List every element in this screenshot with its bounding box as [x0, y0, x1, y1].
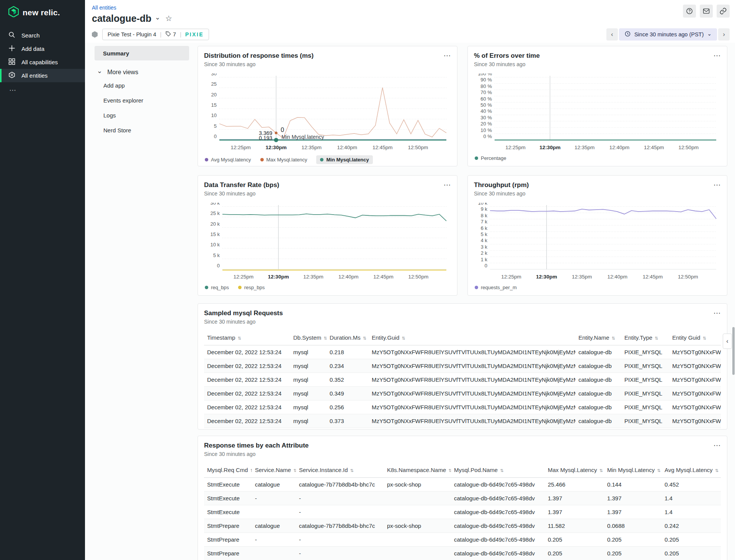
nav-item-summary[interactable]: Summary — [95, 46, 189, 60]
table-cell: catalogue-db — [575, 400, 621, 414]
table-row[interactable]: StmtPrepare--catalogue-db-6d49c7c65-498d… — [204, 533, 721, 547]
sidebar-item-all-capabilities[interactable]: All capabilities — [0, 55, 85, 69]
table-cell: MzY5OTg0NXxFWFR8UElYSUVfTVlTUUx8LTUyMDA2… — [369, 373, 575, 387]
time-picker[interactable]: Since 30 minutes ago (PST) ⌄ — [619, 28, 717, 41]
card-menu-button[interactable]: … — [713, 439, 722, 448]
column-header[interactable]: Entity.Guid⇅ — [369, 330, 575, 345]
table-row[interactable]: December 02, 2022 12:53:24mysql0.349MzY5… — [204, 387, 721, 400]
table-row[interactable]: StmtExecute--catalogue-db-6d49c7c65-498d… — [204, 492, 721, 505]
line-chart[interactable]: 01 k2 k3 k4 k5 k6 k7 k8 k9 k10 k12:25pm1… — [474, 203, 721, 283]
table-cell: StmtPrepare — [204, 547, 252, 560]
column-header[interactable]: Duration.Ms⇅ — [327, 330, 369, 345]
table-cell — [252, 505, 296, 519]
legend-item[interactable]: Max Mysql.latency — [260, 157, 307, 163]
column-header[interactable]: K8s.Namespace.Name⇅ — [384, 462, 451, 478]
breadcrumb[interactable]: All entities — [92, 5, 116, 11]
table-cell: December 02, 2022 12:53:24 — [204, 359, 290, 373]
column-header[interactable]: Min Mysql.Latency⇅ — [604, 462, 662, 478]
table-row[interactable]: December 02, 2022 12:53:24mysql0.256MzY5… — [204, 400, 721, 414]
table-cell: mysql — [290, 373, 327, 387]
table-row[interactable]: December 02, 2022 12:53:24mysql0.234MzY5… — [204, 359, 721, 373]
time-picker-label: Since 30 minutes ago (PST) — [634, 31, 704, 37]
share-link-button[interactable] — [717, 5, 730, 18]
column-header[interactable]: Service.Name⇅ — [252, 462, 296, 478]
nav-item-nerd-store[interactable]: Nerd Store — [95, 123, 189, 138]
nav-item-add-app[interactable]: Add app — [95, 78, 189, 93]
legend-item[interactable]: req_bps — [205, 285, 229, 290]
legend-item[interactable]: Min Mysql.latency — [316, 155, 372, 164]
chevron-down-icon[interactable]: ⌄ — [155, 16, 160, 20]
sort-icon: ⇅ — [657, 468, 660, 473]
sidebar-item-search[interactable]: Search — [0, 29, 85, 42]
legend-item[interactable]: Avg Mysql.latency — [205, 157, 251, 163]
svg-text:4 k: 4 k — [481, 238, 488, 243]
card-menu-button[interactable]: … — [713, 179, 722, 187]
more-views-toggle[interactable]: ⌄ More views — [97, 69, 189, 76]
table-cell: 1.4 — [662, 505, 721, 519]
table-cell: catalogue — [252, 478, 296, 492]
table-cell: mysql — [290, 400, 327, 414]
column-header[interactable]: Service.Instance.Id⇅ — [296, 462, 384, 478]
inbox-button[interactable] — [700, 5, 713, 18]
logo-text: new relic. — [23, 8, 60, 17]
help-button[interactable] — [683, 5, 696, 18]
time-forward-button[interactable]: › — [718, 28, 730, 41]
table-row[interactable]: December 02, 2022 12:53:24mysql0.373MzY5… — [204, 414, 721, 428]
column-header[interactable]: Max Mysql.Latency⇅ — [545, 462, 604, 478]
collapse-panel-button[interactable]: ‹ — [723, 334, 732, 349]
sidebar-overflow-menu[interactable]: ⋯ — [0, 82, 85, 94]
legend-item[interactable]: resp_bps — [238, 285, 265, 290]
table-row[interactable]: StmtPreparecataloguecatalogue-7b77b8db4b… — [204, 519, 721, 533]
nav-item-logs[interactable]: Logs — [95, 108, 189, 123]
pill-separator: | — [180, 31, 181, 37]
column-header[interactable]: Timestamp⇅ — [204, 330, 290, 345]
chart-card-distribution-response-times: Distribution of response times (ms) Sinc… — [198, 46, 457, 166]
table-cell: px-sock-shop — [384, 478, 451, 492]
time-back-button[interactable]: ‹ — [606, 28, 618, 41]
card-menu-button[interactable]: … — [443, 179, 452, 187]
column-header[interactable]: Mysql.Pod.Name⇅ — [451, 462, 545, 478]
table-cell: catalogue-db-6d49c7c65-498dv — [451, 547, 545, 560]
column-header[interactable]: Entity.Type⇅ — [621, 330, 669, 345]
table-row[interactable]: StmtPrepare-catalogue-db-6d49c7c65-498dv… — [204, 547, 721, 560]
card-menu-button[interactable]: … — [443, 49, 452, 58]
svg-text:12:50pm: 12:50pm — [408, 274, 429, 280]
table-row[interactable]: StmtExecutecataloguecatalogue-7b77b8db4b… — [204, 478, 721, 492]
table-cell: mysql — [290, 359, 327, 373]
legend-item[interactable]: requests_per_m — [475, 285, 517, 290]
table-cell: 0.242 — [662, 519, 721, 533]
sampled-mysql-requests-card: Sampled mysql Requests Since 30 minutes … — [198, 303, 727, 430]
card-menu-button[interactable]: … — [713, 307, 722, 316]
nav-item-events-explorer[interactable]: Events explorer — [95, 93, 189, 108]
table-cell: mysql — [290, 345, 327, 359]
legend-dot — [238, 286, 242, 289]
tags-pill[interactable]: Pixie Test - Plugin 4 | 7 | PIXIE — [102, 29, 209, 40]
table-cell: PIXIE_MYSQL — [621, 414, 669, 428]
help-icon — [686, 7, 693, 15]
chart-title: Throughput (rpm) — [474, 181, 721, 189]
table-row[interactable]: StmtExecute-catalogue-db-6d49c7c65-498dv… — [204, 505, 721, 519]
favorite-star-icon[interactable]: ☆ — [165, 14, 172, 23]
sidebar-item-add-data[interactable]: Add data — [0, 42, 85, 55]
line-chart[interactable]: 0510152025303.3690.1930Min Mysql.latency… — [204, 73, 451, 154]
table-cell: 0.205 — [662, 547, 721, 560]
tag-count-value: 7 — [173, 31, 176, 37]
column-header[interactable]: Entity.Name⇅ — [575, 330, 621, 345]
vertical-scrollbar[interactable] — [732, 327, 735, 375]
column-header[interactable]: Mysql.Req Cmd⇅ — [204, 462, 252, 478]
column-header[interactable]: Entity Guid⇅ — [669, 330, 721, 345]
new-relic-logo[interactable]: new relic. — [0, 0, 85, 29]
line-chart[interactable]: 05 k10 k15 k20 k25 k30 k12:25pm12:30pm12… — [204, 203, 451, 283]
column-header[interactable]: Avg Mysql.Latency⇅ — [662, 462, 721, 478]
line-chart[interactable]: 0 %10 %20 %30 %40 %50 %60 %70 %80 %90 %1… — [474, 73, 721, 154]
table-cell: 0.205 — [662, 533, 721, 547]
svg-text:3 k: 3 k — [481, 244, 488, 250]
card-menu-button[interactable]: … — [713, 49, 722, 58]
column-header[interactable]: Db.System⇅ — [290, 330, 327, 345]
table-row[interactable]: December 02, 2022 12:53:24mysql0.218MzY5… — [204, 345, 721, 359]
sidebar-item-all-entities[interactable]: All entities — [0, 69, 85, 82]
svg-text:70 %: 70 % — [480, 90, 492, 95]
table-cell: StmtExecute — [204, 505, 252, 519]
table-row[interactable]: December 02, 2022 12:53:24mysql0.352MzY5… — [204, 373, 721, 387]
legend-item[interactable]: Percentage — [475, 155, 506, 161]
